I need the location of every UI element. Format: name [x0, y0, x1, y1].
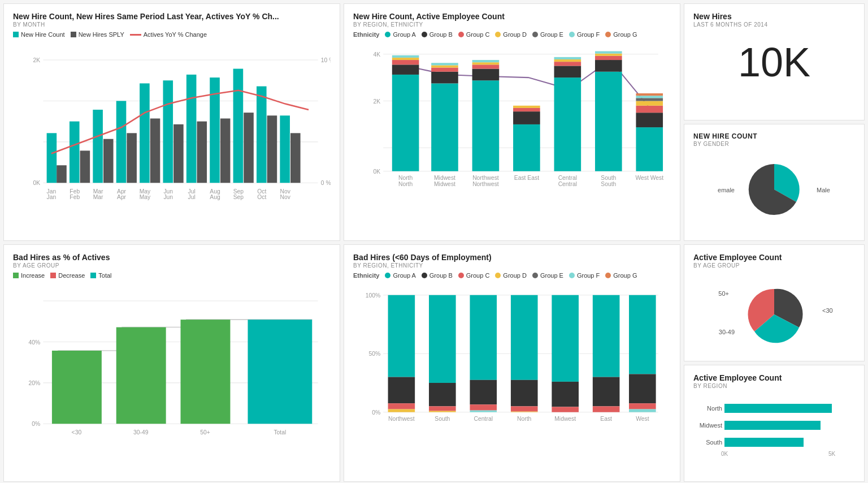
bar-new-hire-mar: [93, 110, 103, 183]
bar-new-hire-jan: [47, 133, 57, 183]
svg-text:North: North: [517, 416, 532, 422]
legend-item-new-hire-count: New Hire Count: [13, 31, 65, 38]
label-30-49: 30-49: [719, 329, 735, 335]
svg-text:Oct: Oct: [257, 194, 266, 200]
bar-central-c: [554, 62, 581, 66]
legend-label-increase: Increase: [21, 272, 45, 279]
b6-w-a: [629, 295, 656, 374]
legend-color-new-hire: [13, 32, 19, 37]
svg-text:East: East: [600, 416, 612, 422]
svg-text:30-49: 30-49: [133, 429, 149, 435]
b6-c-a: [470, 295, 497, 380]
svg-text:Jan: Jan: [47, 194, 57, 200]
b6-s-c: [429, 406, 456, 411]
svg-text:Apr: Apr: [117, 194, 127, 200]
chart7-container: 50+ <30 30-49: [693, 272, 855, 351]
legend6-grpd: Group D: [495, 272, 527, 279]
legend6-grpa: Group A: [385, 272, 415, 279]
b6-n-d: [511, 412, 538, 412]
svg-text:West West: West West: [635, 175, 663, 181]
bar-north-a: [392, 75, 419, 171]
legend-total: Total: [90, 272, 111, 279]
legend-grpd: Group D: [495, 31, 527, 38]
svg-text:East East: East East: [514, 175, 539, 181]
svg-text:May: May: [140, 194, 151, 200]
legend-label-actives-yoy: Actives YoY % Change: [144, 31, 207, 38]
bar-new-hire-sep: [233, 69, 244, 183]
bar-midwest-e: [431, 63, 458, 65]
svg-text:Jun: Jun: [163, 194, 173, 200]
bar-sply-sep: [244, 113, 254, 183]
svg-text:Jul: Jul: [188, 194, 196, 200]
chart8-svg: North Midwest South 0K 5K: [693, 393, 855, 460]
bar-northwest-e: [472, 60, 500, 62]
bar-midwest-c: [431, 68, 458, 72]
svg-text:20%: 20%: [29, 380, 41, 386]
bar-west-d: [636, 101, 663, 106]
bar-sply-oct: [267, 115, 277, 183]
chart1-title: New Hire Count, New Hires Same Period La…: [13, 12, 331, 21]
chart7-pie-svg: 50+ <30 30-49: [712, 272, 836, 351]
bar-sply-jan: [57, 165, 67, 183]
svg-text:100%: 100%: [366, 292, 380, 299]
legend-line-actives: [130, 34, 141, 36]
bar-midwest-b: [431, 72, 458, 84]
bar-new-hire-may: [140, 83, 150, 183]
right-column: New Hires LAST 6 MONTHS OF 2014 10K NEW …: [684, 3, 865, 482]
chart7-subtitle: BY AGE GROUP: [693, 262, 855, 269]
chart7-title: Active Employee Count: [693, 253, 855, 262]
b6-nw-d: [388, 409, 415, 412]
bar-new-hire-oct: [257, 87, 267, 183]
legend-grpg: Group G: [605, 31, 637, 38]
chart6-legend: Ethnicity Group A Group B Group C Group …: [353, 272, 671, 279]
bar-new-hire-apr: [116, 101, 127, 183]
svg-text:0%: 0%: [32, 421, 40, 427]
b6-nw-c: [388, 403, 415, 409]
chart1-svg: 2K 0K 10 % 0 %: [13, 42, 331, 212]
svg-text:West: West: [636, 416, 649, 422]
bar-sply-nov: [290, 133, 301, 183]
region-label-midwest: Midwest: [700, 422, 722, 429]
svg-text:4K: 4K: [373, 51, 380, 58]
b6-nw-a: [388, 295, 415, 377]
legend-grpe: Group E: [532, 31, 563, 38]
b6-s-b: [429, 383, 456, 406]
bar-south-d: [595, 54, 622, 56]
bar-region-midwest: [724, 421, 821, 430]
chart2-svg: 4K 2K 0K North North Midwest Midwest: [353, 42, 671, 209]
bar-south-b: [595, 60, 622, 72]
bar-west-a: [636, 127, 663, 171]
card-new-hire-gender: NEW HIRE COUNT BY GENDER Female Male: [684, 124, 865, 241]
region-label-south: South: [706, 439, 722, 446]
svg-text:Jun: Jun: [163, 188, 173, 195]
bar-total: [248, 320, 312, 424]
legend6-grpe: Group E: [532, 272, 563, 279]
legend-grpc: Group C: [458, 31, 490, 38]
chart5-legend: Increase Decrease Total: [13, 272, 331, 279]
bar-lt30-increase: [52, 351, 102, 424]
card-active-age: Active Employee Count BY AGE GROUP 50+ <…: [684, 244, 865, 361]
chart6-svg: 100% 50% 0% Northwest South Central: [353, 283, 671, 450]
b6-w-d: [629, 409, 656, 412]
svg-text:50%: 50%: [368, 351, 380, 357]
svg-text:North: North: [398, 181, 413, 187]
bar-region-north: [724, 404, 832, 413]
dashboard: New Hire Count, New Hires Same Period La…: [0, 0, 868, 483]
chart5-subtitle: BY AGE GROUP: [13, 262, 331, 269]
new-hires-big-number: 10K: [693, 39, 855, 85]
chart-new-hire-region: New Hire Count, Active Employee Count BY…: [344, 3, 680, 241]
svg-text:Central: Central: [474, 416, 493, 422]
legend-increase: Increase: [13, 272, 45, 279]
card-new-hires-10k: New Hires LAST 6 MONTHS OF 2014 10K: [684, 3, 865, 120]
bar-northwest-a: [472, 80, 500, 171]
chart2-legend: Ethnicity Group A Group B Group C Group …: [353, 31, 671, 38]
bar-west-b: [636, 113, 663, 127]
svg-text:Apr: Apr: [117, 188, 127, 195]
legend-label-decrease: Decrease: [58, 272, 85, 279]
bar-northwest-b: [472, 69, 500, 81]
bar-south-e: [595, 51, 622, 54]
legend-ethnicity-label: Ethnicity: [353, 31, 379, 38]
legend-grpa: Group A: [385, 31, 415, 38]
x-label-0k: 0K: [721, 451, 728, 457]
bar-west-f: [636, 96, 663, 98]
